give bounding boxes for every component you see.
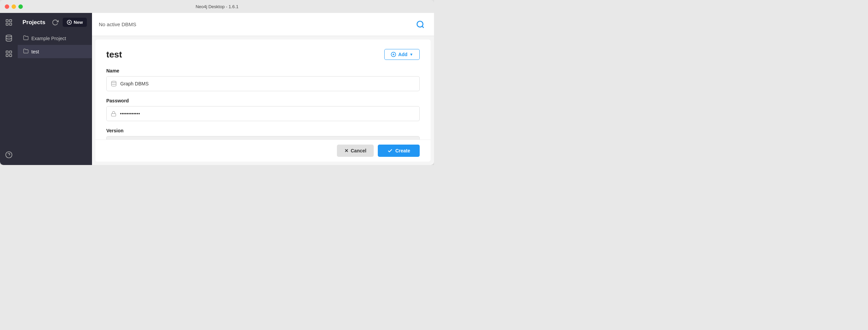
projects-icon[interactable] xyxy=(3,16,15,29)
project-list: Example Project test xyxy=(18,30,92,60)
add-dropdown-arrow: ▼ xyxy=(409,52,413,56)
form-title-row: test Add ▼ xyxy=(106,49,420,60)
svg-rect-6 xyxy=(10,51,12,53)
projects-title: Projects xyxy=(22,19,49,26)
window-title: Neo4j Desktop - 1.6.1 xyxy=(196,4,238,9)
svg-rect-8 xyxy=(10,54,12,56)
maximize-button[interactable] xyxy=(18,4,23,9)
cancel-button[interactable]: ✕ Cancel xyxy=(337,145,374,157)
version-label: Version xyxy=(106,128,420,133)
refresh-icon[interactable] xyxy=(52,19,59,26)
project-item-test[interactable]: test xyxy=(18,45,92,58)
cancel-button-label: Cancel xyxy=(351,148,366,153)
password-field-group: Password xyxy=(106,98,420,121)
name-input[interactable] xyxy=(120,81,415,86)
create-button-label: Create xyxy=(395,148,410,153)
svg-rect-20 xyxy=(111,113,116,116)
password-label: Password xyxy=(106,98,420,103)
version-select-wrap: 5.24.0 5.23.0 5.22.0 4.4.0 ▼ xyxy=(106,136,420,139)
folder-icon-test xyxy=(23,48,29,55)
cancel-x-icon: ✕ xyxy=(344,148,348,153)
password-input-wrap xyxy=(106,106,420,121)
new-button[interactable]: New xyxy=(63,18,87,27)
svg-rect-3 xyxy=(10,23,12,25)
svg-point-19 xyxy=(111,81,116,83)
titlebar: Neo4j Desktop - 1.6.1 xyxy=(0,0,434,13)
name-field-group: Name xyxy=(106,68,420,91)
projects-panel: Projects New xyxy=(18,13,92,165)
version-field-group: Version 5.24.0 5.23.0 5.22.0 4.4.0 ▼ xyxy=(106,128,420,139)
svg-point-14 xyxy=(417,21,423,27)
project-item-example[interactable]: Example Project xyxy=(18,32,92,45)
name-label: Name xyxy=(106,68,420,73)
lock-field-icon xyxy=(111,111,117,117)
top-bar: No active DBMS xyxy=(92,13,434,36)
password-input[interactable] xyxy=(120,111,415,116)
add-button-label: Add xyxy=(398,52,407,57)
create-button[interactable]: Create xyxy=(378,145,420,157)
search-button[interactable] xyxy=(414,18,427,31)
database-icon[interactable] xyxy=(3,32,15,44)
grid-icon[interactable] xyxy=(3,48,15,60)
no-active-dbms-label: No active DBMS xyxy=(99,21,414,27)
svg-rect-2 xyxy=(6,23,8,25)
content-area: No active DBMS test xyxy=(92,13,434,165)
sidebar-icons xyxy=(0,13,18,165)
svg-rect-5 xyxy=(6,51,8,53)
main-layout: Projects New xyxy=(0,13,434,165)
svg-line-15 xyxy=(422,26,424,28)
projects-header: Projects New xyxy=(18,13,92,30)
folder-icon xyxy=(23,35,29,42)
svg-rect-1 xyxy=(10,20,12,22)
database-field-icon xyxy=(111,81,117,87)
help-icon[interactable] xyxy=(3,149,15,161)
traffic-lights xyxy=(5,4,23,9)
svg-rect-0 xyxy=(6,20,8,22)
minimize-button[interactable] xyxy=(12,4,16,9)
app-window: Neo4j Desktop - 1.6.1 xyxy=(0,0,434,165)
close-button[interactable] xyxy=(5,4,9,9)
form-area: test Add ▼ Name xyxy=(95,39,431,139)
name-input-wrap xyxy=(106,76,420,91)
form-project-title: test xyxy=(106,49,122,60)
action-bar: ✕ Cancel Create xyxy=(95,139,431,162)
project-item-example-label: Example Project xyxy=(31,36,66,41)
svg-point-4 xyxy=(6,35,12,37)
add-button[interactable]: Add ▼ xyxy=(384,49,420,60)
project-item-test-label: test xyxy=(31,49,39,54)
new-button-label: New xyxy=(74,20,83,25)
svg-rect-7 xyxy=(6,54,8,56)
